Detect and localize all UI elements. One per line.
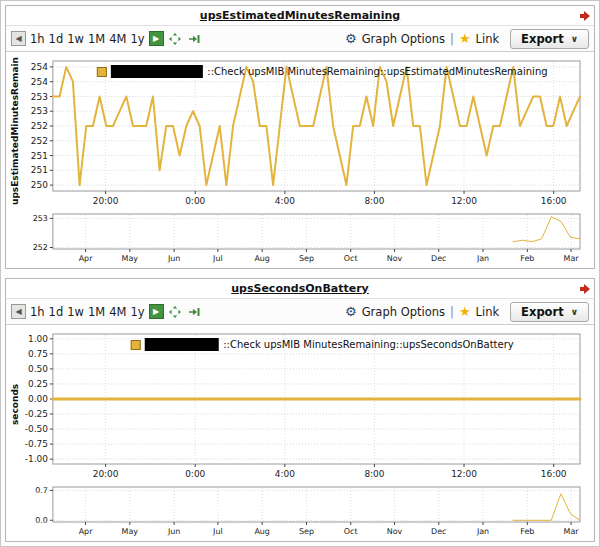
svg-text:0.00: 0.00	[28, 394, 48, 404]
svg-text:Jan: Jan	[476, 527, 489, 536]
chevron-down-icon: ∨	[571, 34, 578, 44]
svg-text:250: 250	[31, 180, 48, 190]
chart-section: seconds 20:000:004:008:0012:0016:001.000…	[6, 325, 594, 541]
svg-text:20:00: 20:00	[93, 469, 119, 479]
panel-title-link[interactable]: upsEstimatedMinutesRemaining	[200, 9, 400, 22]
svg-text:0:00: 0:00	[185, 196, 205, 206]
redacted-hostname	[111, 65, 203, 78]
overview-chart-svg[interactable]: AprMayJunJulAugSepOctNovDecJanFebMar2532…	[23, 211, 588, 263]
svg-text:-0.50: -0.50	[25, 424, 48, 434]
range-link-1M[interactable]: 1M	[88, 305, 105, 319]
y-axis-label: upsEstimatedMinutesRemain	[10, 55, 23, 207]
export-button[interactable]: Export ∨	[510, 302, 589, 322]
star-icon[interactable]: ★	[459, 305, 471, 318]
svg-text:0.25: 0.25	[28, 379, 48, 389]
svg-text:1.00: 1.00	[28, 334, 48, 344]
svg-text:Aug: Aug	[254, 254, 270, 263]
forward-arrow-icon[interactable]: ▶	[149, 304, 164, 319]
svg-text:16:00: 16:00	[541, 196, 567, 206]
range-link-1d[interactable]: 1d	[49, 32, 64, 46]
expand-icon[interactable]	[168, 31, 183, 46]
back-arrow-icon[interactable]: ◀	[11, 304, 26, 319]
svg-text:4:00: 4:00	[275, 469, 295, 479]
svg-text:253: 253	[31, 106, 48, 116]
svg-text:251: 251	[31, 151, 48, 161]
svg-text:Sep: Sep	[299, 527, 314, 536]
range-link-1h[interactable]: 1h	[30, 32, 45, 46]
svg-text:0:00: 0:00	[185, 469, 205, 479]
svg-text:Nov: Nov	[387, 527, 403, 536]
svg-text:-0.25: -0.25	[25, 409, 48, 419]
svg-text:0.0: 0.0	[35, 516, 48, 525]
expand-icon[interactable]	[168, 304, 183, 319]
svg-text:0.75: 0.75	[28, 349, 48, 359]
export-label: Export	[521, 305, 564, 319]
skip-to-end-icon[interactable]	[187, 304, 202, 319]
back-arrow-icon[interactable]: ◀	[11, 31, 26, 46]
chart-section: upsEstimatedMinutesRemain 20:000:004:008…	[6, 52, 594, 268]
svg-text:Dec: Dec	[431, 254, 446, 263]
graph-options-link[interactable]: Graph Options	[362, 32, 445, 46]
range-link-1w[interactable]: 1w	[67, 32, 84, 46]
skip-to-end-icon[interactable]	[187, 31, 202, 46]
y-axis-label: seconds	[10, 328, 23, 480]
link-link[interactable]: Link	[476, 305, 500, 319]
svg-text:Apr: Apr	[79, 527, 93, 536]
svg-text:254: 254	[31, 62, 48, 72]
export-button[interactable]: Export ∨	[510, 29, 589, 49]
svg-text:Mar: Mar	[564, 527, 580, 536]
red-arrow-icon[interactable]	[580, 10, 591, 22]
svg-text:253: 253	[33, 214, 48, 223]
svg-text:254: 254	[31, 77, 48, 87]
star-icon[interactable]: ★	[459, 32, 471, 45]
graph-options-link[interactable]: Graph Options	[362, 305, 445, 319]
svg-text:8:00: 8:00	[364, 469, 384, 479]
graph-toolbar: ◀ 1h 1d 1w 1M 4M 1y ▶ ⚙ Graph Options |	[6, 26, 594, 52]
chart-legend: ::Check upsMIB MinutesRemaining::upsEsti…	[97, 65, 547, 78]
svg-text:Oct: Oct	[344, 527, 358, 536]
svg-text:Feb: Feb	[520, 254, 534, 263]
range-link-1y[interactable]: 1y	[130, 32, 144, 46]
svg-text:Aug: Aug	[254, 527, 270, 536]
range-link-4M[interactable]: 4M	[109, 32, 126, 46]
svg-text:252: 252	[31, 121, 48, 131]
svg-text:8:00: 8:00	[364, 196, 384, 206]
panel-title-link[interactable]: upsSecondsOnBattery	[231, 282, 369, 295]
svg-text:16:00: 16:00	[541, 469, 567, 479]
svg-text:Jul: Jul	[212, 254, 223, 263]
range-link-1h[interactable]: 1h	[30, 305, 45, 319]
gear-icon[interactable]: ⚙	[345, 305, 357, 318]
svg-text:4:00: 4:00	[275, 196, 295, 206]
svg-text:20:00: 20:00	[93, 196, 119, 206]
forward-arrow-icon[interactable]: ▶	[149, 31, 164, 46]
main-chart-row: seconds 20:000:004:008:0012:0016:001.000…	[10, 328, 588, 480]
link-link[interactable]: Link	[476, 32, 500, 46]
gear-icon[interactable]: ⚙	[345, 32, 357, 45]
svg-text:Jan: Jan	[476, 254, 489, 263]
svg-text:Mar: Mar	[564, 254, 580, 263]
svg-text:252: 252	[33, 243, 48, 252]
time-range-controls: ◀ 1h 1d 1w 1M 4M 1y ▶	[11, 304, 202, 319]
overview-chart: AprMayJunJulAugSepOctNovDecJanFebMar2532…	[23, 211, 588, 263]
range-link-4M[interactable]: 4M	[109, 305, 126, 319]
svg-text:252: 252	[31, 136, 48, 146]
legend-swatch	[131, 340, 141, 350]
svg-text:Feb: Feb	[520, 527, 534, 536]
main-chart-row: upsEstimatedMinutesRemain 20:000:004:008…	[10, 55, 588, 207]
svg-text:-1.00: -1.00	[25, 454, 48, 464]
range-link-1w[interactable]: 1w	[67, 305, 84, 319]
svg-text:Nov: Nov	[387, 254, 403, 263]
main-chart: 20:000:004:008:0012:0016:002542542532532…	[23, 55, 588, 207]
redacted-hostname	[145, 338, 219, 351]
red-arrow-icon[interactable]	[580, 283, 591, 295]
overview-chart-svg[interactable]: AprMayJunJulAugSepOctNovDecJanFebMar0.70…	[23, 484, 588, 536]
legend-label: ::Check upsMIB MinutesRemaining::upsSeco…	[223, 339, 514, 350]
time-range-controls: ◀ 1h 1d 1w 1M 4M 1y ▶	[11, 31, 202, 46]
chart-legend: ::Check upsMIB MinutesRemaining::upsSeco…	[131, 338, 514, 351]
graph-panel-minutes-remaining: upsEstimatedMinutesRemaining ◀ 1h 1d 1w …	[5, 5, 595, 269]
svg-text:-0.75: -0.75	[25, 439, 48, 449]
legend-swatch	[97, 67, 107, 77]
range-link-1M[interactable]: 1M	[88, 32, 105, 46]
range-link-1y[interactable]: 1y	[130, 305, 144, 319]
range-link-1d[interactable]: 1d	[49, 305, 64, 319]
